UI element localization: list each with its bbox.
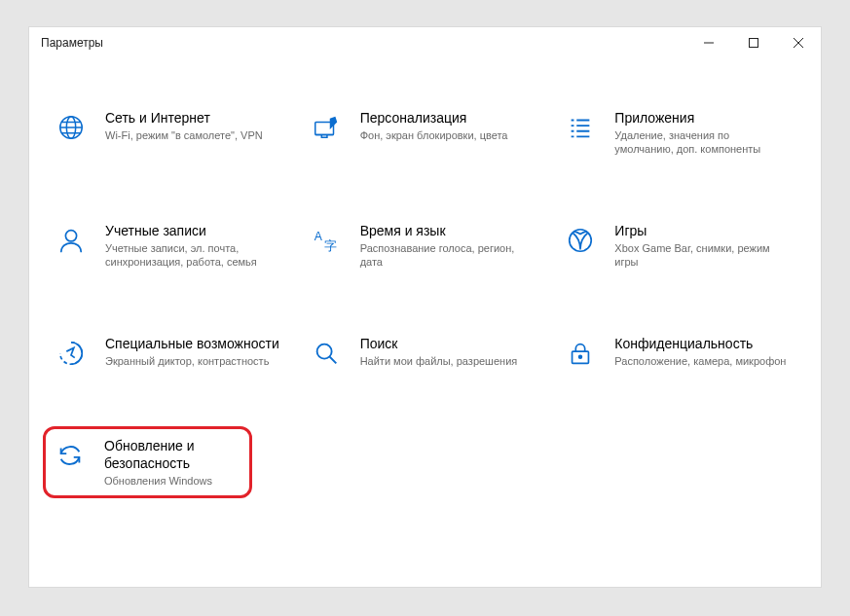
xbox-icon <box>562 222 599 259</box>
tile-title: Приложения <box>614 109 797 127</box>
tile-privacy[interactable]: Конфиденциальность Расположение, камера,… <box>558 331 801 376</box>
tile-desc: Экранный диктор, контрастность <box>105 354 280 368</box>
window-title: Параметры <box>41 36 686 50</box>
tile-title: Обновление и безопасность <box>104 437 243 472</box>
lock-icon <box>562 335 599 372</box>
settings-grid: Сеть и Интернет Wi-Fi, режим "в самолете… <box>49 105 801 498</box>
tile-personalization[interactable]: Персонализация Фон, экран блокировки, цв… <box>304 105 547 160</box>
person-icon <box>53 222 90 259</box>
tile-gaming[interactable]: Игры Xbox Game Bar, снимки, режим игры <box>558 218 801 272</box>
sync-icon <box>52 437 89 474</box>
titlebar: Параметры <box>29 27 821 58</box>
tile-desc: Фон, экран блокировки, цвета <box>360 128 536 142</box>
tile-desc: Обновления Windows <box>104 474 243 488</box>
accessibility-icon <box>53 335 90 372</box>
tile-title: Учетные записи <box>105 222 288 239</box>
tile-title: Время и язык <box>360 222 543 239</box>
close-button[interactable] <box>776 27 821 58</box>
tile-time-language[interactable]: A 字 Время и язык Распознавание голоса, р… <box>304 218 547 272</box>
svg-rect-0 <box>750 39 758 48</box>
tile-desc: Удаление, значения по умолчанию, доп. ко… <box>614 128 790 156</box>
tile-search[interactable]: Поиск Найти мои файлы, разрешения <box>304 331 547 376</box>
tile-title: Специальные возможности <box>105 335 288 352</box>
tile-apps[interactable]: Приложения Удаление, значения по умолчан… <box>558 105 801 160</box>
settings-content: Сеть и Интернет Wi-Fi, режим "в самолете… <box>29 58 821 518</box>
language-icon: A 字 <box>308 222 345 259</box>
minimize-button[interactable] <box>686 27 731 58</box>
window-controls <box>686 27 821 58</box>
tile-desc: Учетные записи, эл. почта, синхронизация… <box>105 241 280 269</box>
tile-title: Сеть и Интернет <box>105 109 288 127</box>
globe-icon <box>53 109 90 146</box>
tile-title: Игры <box>614 222 797 239</box>
tile-title: Поиск <box>360 335 543 352</box>
list-icon <box>562 109 599 146</box>
search-icon <box>308 335 345 372</box>
svg-point-8 <box>316 344 331 359</box>
tile-network[interactable]: Сеть и Интернет Wi-Fi, режим "в самолете… <box>49 105 292 160</box>
tile-desc: Найти мои файлы, разрешения <box>360 354 536 368</box>
paint-icon <box>308 109 345 146</box>
settings-window: Параметры <box>29 27 821 587</box>
svg-text:字: 字 <box>324 238 337 253</box>
maximize-button[interactable] <box>731 27 776 58</box>
tile-desc: Wi-Fi, режим "в самолете", VPN <box>105 128 280 142</box>
svg-point-4 <box>65 231 76 241</box>
tile-desc: Xbox Game Bar, снимки, режим игры <box>614 241 790 269</box>
tile-update-security[interactable]: Обновление и безопасность Обновления Win… <box>43 426 252 498</box>
tile-title: Конфиденциальность <box>614 335 797 352</box>
tile-accessibility[interactable]: Специальные возможности Экранный диктор,… <box>49 331 292 376</box>
svg-text:A: A <box>314 230 322 243</box>
tile-desc: Расположение, камера, микрофон <box>614 354 790 368</box>
tile-accounts[interactable]: Учетные записи Учетные записи, эл. почта… <box>49 218 292 272</box>
svg-point-10 <box>579 355 582 358</box>
tile-title: Персонализация <box>360 109 543 127</box>
tile-desc: Распознавание голоса, регион, дата <box>360 241 536 269</box>
